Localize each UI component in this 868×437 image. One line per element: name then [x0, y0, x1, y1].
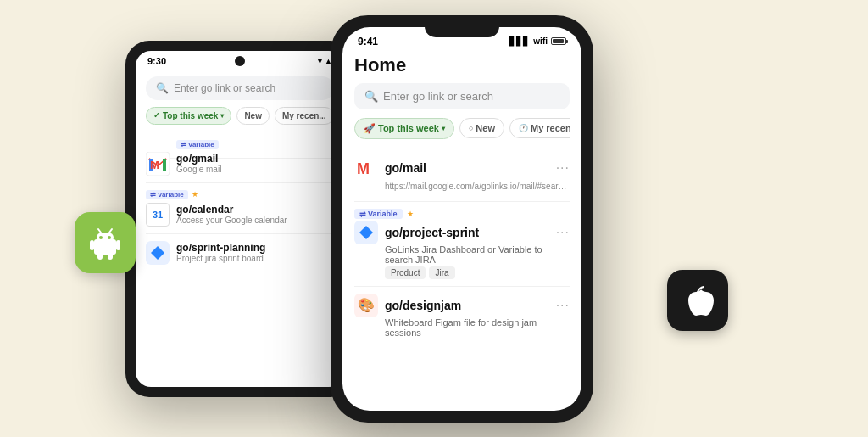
- android-gmail-row[interactable]: M go/gmail Google mail: [146, 152, 334, 183]
- svg-text:M: M: [150, 159, 159, 171]
- android-calendar-row: 31 go/calendar Access your Google calend…: [146, 203, 334, 227]
- android-gmail-badge-row: ⇌ Variable: [176, 140, 334, 149]
- android-icon-badge: [75, 212, 136, 273]
- android-robot-svg: [86, 224, 124, 261]
- iphone-designjam-header: 🎨 go/designjam ···: [354, 294, 570, 317]
- android-sprint-name: go/sprint-planning: [176, 242, 265, 254]
- iphone-mail-left: M go/mail: [354, 156, 426, 180]
- figma-logo: 🎨: [354, 294, 378, 317]
- iphone-mail-item[interactable]: M go/mail ··· https://mail.google.com/a/…: [354, 149, 570, 202]
- android-gmail-name: go/gmail: [176, 153, 221, 165]
- iphone-tab-chevron: ▾: [442, 125, 445, 132]
- iphone-mail-header: M go/mail ···: [354, 156, 570, 180]
- iphone-content: Home 🔍 Enter go link or search 🚀 Top thi…: [342, 51, 581, 411]
- iphone-designjam-item[interactable]: 🎨 go/designjam ··· Whiteboard Figam file…: [354, 287, 570, 345]
- iphone-sprint-desc: GoLinks Jira Dashboard or Variable to se…: [385, 244, 570, 265]
- dynamic-island: [425, 27, 499, 37]
- android-tab-recent[interactable]: My recen...: [275, 107, 334, 125]
- iphone-tab-new[interactable]: ○ New: [459, 118, 504, 138]
- svg-rect-14: [116, 240, 120, 250]
- iphone-sprint-item[interactable]: ⇌ Variable ★ go/project-sprin: [354, 202, 570, 287]
- scene: 9:30 ▾ ▲ 🔍 Enter go link or search ✓ Top…: [0, 0, 868, 437]
- iphone-designjam-name: go/designjam: [385, 299, 461, 312]
- android-calendar-name: go/calendar: [176, 204, 287, 216]
- iphone: 9:41 ▋▋▋ wifi Home 🔍 Enter go link or se…: [331, 15, 593, 423]
- svg-line-11: [98, 229, 101, 233]
- android-search-bar[interactable]: 🔍 Enter go link or search: [146, 76, 334, 100]
- chevron-icon: ▾: [220, 112, 224, 120]
- android-screen: 9:30 ▾ ▲ 🔍 Enter go link or search ✓ Top…: [136, 51, 344, 387]
- search-icon: 🔍: [156, 82, 169, 94]
- iphone-sprint-tags: Product Jira: [385, 266, 570, 279]
- wifi-icon: wifi: [533, 36, 548, 46]
- android-tab-label-2: My recen...: [282, 111, 326, 120]
- android-calendar-text: go/calendar Access your Google calendar: [176, 204, 287, 225]
- android-gmail-info: ⇌ Variable: [176, 140, 334, 151]
- svg-rect-13: [90, 240, 94, 250]
- android-sprint-text: go/sprint-planning Project jira sprint b…: [176, 242, 265, 263]
- iphone-mail-url: https://mail.google.com/a/golinks.io/mai…: [385, 182, 570, 191]
- android-gmail-text: go/gmail Google mail: [176, 153, 221, 174]
- android-notch: [235, 56, 245, 66]
- android-sprint-item[interactable]: go/sprint-planning Project jira sprint b…: [146, 234, 334, 272]
- iphone-time: 9:41: [358, 36, 378, 48]
- variable-icon3: ⇌: [359, 210, 366, 218]
- android-tab-row: ✓ Top this week ▾ New My recen...: [146, 107, 334, 125]
- svg-rect-16: [108, 253, 113, 260]
- iphone-sprint-name: go/project-sprint: [385, 226, 479, 239]
- sprint-logo: [146, 241, 170, 265]
- tab-clock-icon: 🕐: [519, 124, 528, 132]
- variable-icon2: ⇌: [150, 191, 156, 199]
- iphone-designjam-menu[interactable]: ···: [556, 298, 570, 313]
- android-sprint-desc: Project jira sprint board: [176, 254, 265, 263]
- iphone-tab-top-week[interactable]: 🚀 Top this week ▾: [354, 118, 454, 139]
- svg-line-12: [109, 229, 112, 233]
- iphone-tab-label-0: Top this week: [378, 123, 439, 133]
- iphone-search-bar[interactable]: 🔍 Enter go link or search: [354, 83, 570, 109]
- iphone-sprint-menu[interactable]: ···: [556, 225, 570, 240]
- iphone-sprint-logo: [354, 221, 378, 244]
- svg-rect-2: [163, 159, 166, 171]
- iphone-tab-label-2: My recently us...: [531, 123, 570, 133]
- iphone-designjam-desc: Whiteboard Figam file for design jam ses…: [385, 317, 570, 338]
- iphone-tag-jira: Jira: [429, 266, 454, 279]
- android-gmail-desc: Google mail: [176, 165, 221, 174]
- iphone-sprint-left: go/project-sprint: [354, 221, 479, 244]
- iphone-sprint-badges: ⇌ Variable ★: [354, 209, 570, 219]
- tab-rocket-icon: 🚀: [364, 123, 376, 134]
- iphone-mail-name: go/mail: [385, 161, 426, 175]
- android-calendar-item[interactable]: ⇌ Variable ★ 31 go/calendar Access your …: [146, 183, 334, 234]
- variable-label: Variable: [188, 141, 214, 148]
- page-title: Home: [354, 54, 570, 76]
- tab-circle-icon: ○: [469, 124, 473, 132]
- android-tab-label-0: Top this week: [163, 111, 218, 120]
- iphone-search-icon: 🔍: [364, 90, 378, 103]
- iphone-screen: 9:41 ▋▋▋ wifi Home 🔍 Enter go link or se…: [342, 27, 581, 411]
- gmail-logo: M: [146, 152, 170, 176]
- android-phone: 9:30 ▾ ▲ 🔍 Enter go link or search ✓ Top…: [125, 41, 354, 397]
- android-calendar-badges: ⇌ Variable ★: [146, 190, 334, 199]
- iphone-tab-row: 🚀 Top this week ▾ ○ New 🕐 My recently us…: [354, 118, 570, 139]
- android-calendar-desc: Access your Google calendar: [176, 216, 287, 225]
- apple-logo-svg: [681, 282, 715, 319]
- signal-icon: ▋▋▋: [509, 36, 530, 46]
- iphone-tag-product: Product: [385, 266, 426, 279]
- iphone-gmail-logo: M: [354, 156, 378, 180]
- android-content: 🔍 Enter go link or search ✓ Top this wee…: [136, 70, 344, 387]
- iphone-status-bar: 9:41 ▋▋▋ wifi: [342, 27, 581, 51]
- svg-point-9: [99, 236, 103, 239]
- android-gmail-variable-badge: ⇌ Variable: [176, 140, 219, 149]
- iphone-status-icons: ▋▋▋ wifi: [509, 36, 566, 46]
- iphone-sprint-star: ★: [407, 210, 414, 218]
- iphone-designjam-left: 🎨 go/designjam: [354, 294, 461, 317]
- android-tab-new[interactable]: New: [236, 107, 270, 125]
- iphone-mail-menu[interactable]: ···: [556, 160, 570, 176]
- variable-icon: ⇌: [181, 141, 186, 148]
- svg-text:M: M: [357, 160, 370, 177]
- android-cal-variable: ⇌ Variable: [146, 190, 188, 199]
- check-icon: ✓: [153, 111, 160, 120]
- iphone-sprint-variable: ⇌ Variable: [354, 209, 403, 219]
- iphone-tab-recent[interactable]: 🕐 My recently us...: [509, 118, 570, 138]
- android-tab-top-week[interactable]: ✓ Top this week ▾: [146, 107, 231, 125]
- svg-marker-4: [151, 246, 164, 260]
